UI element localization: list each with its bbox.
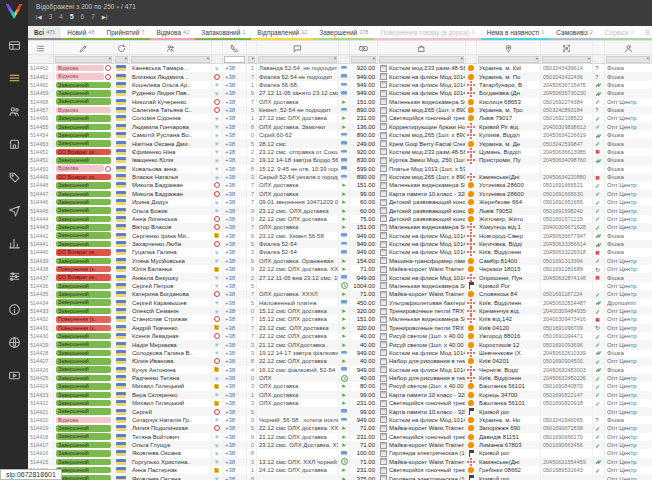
table-row[interactable]: 514460ЗавершенийКошелева Ольга Ар..✳+381… bbox=[28, 81, 652, 89]
table-row[interactable]: 514455ЗавершенийЛюдмила Гончарова✳+388ОЛ… bbox=[28, 123, 652, 131]
table-row[interactable]: 514431Повернення (з..Андрій Ткаченкоlc+3… bbox=[28, 324, 652, 332]
tab-4[interactable]: Запакований1 bbox=[195, 26, 251, 40]
table-row[interactable]: 514421ЗавершенийСергей+38599.00Карта пам… bbox=[28, 407, 652, 415]
table-row[interactable]: 514419ЗавершенийЛилия Подолинская+38522.… bbox=[28, 424, 652, 432]
column-header-phone[interactable] bbox=[223, 41, 247, 54]
column-header-name[interactable] bbox=[130, 41, 212, 54]
table-row[interactable]: 514417ЗавершенийОльга Глущук✳+38023.12 с… bbox=[28, 441, 652, 449]
sidebar-item-clients[interactable] bbox=[0, 99, 28, 123]
last-page-button[interactable]: ▶| bbox=[102, 14, 108, 20]
page-number[interactable]: 5 bbox=[70, 13, 74, 20]
sidebar-item-reports[interactable] bbox=[0, 231, 28, 255]
filter-dropdown[interactable]: ▾ bbox=[55, 56, 112, 63]
sidebar-item-web[interactable] bbox=[0, 330, 28, 354]
column-header-ttn[interactable] bbox=[541, 41, 593, 54]
table-row[interactable]: 514422ЗавершенийМихаил Гилецькийlc+383ОЛ… bbox=[28, 399, 652, 407]
table-row[interactable]: 514438Повернення (з..Юлія Баланюкlc+3892… bbox=[28, 265, 652, 273]
table-row[interactable]: 514413ЗавершенийЯковлева Оксана✳+388➤375… bbox=[28, 474, 652, 480]
column-header-address[interactable] bbox=[477, 41, 541, 54]
filter-dropdown[interactable]: ▾ bbox=[258, 56, 337, 63]
table-row[interactable]: 514459ЗавершенийРуденко Лидия Пав..✳+389… bbox=[28, 89, 652, 97]
table-row[interactable]: 514416ЗавершенийЯковлева Оксана✳+388100.… bbox=[28, 449, 652, 457]
tab-8[interactable]: Нема в наявності1 bbox=[481, 26, 551, 40]
tab-5[interactable]: Відправлений12 bbox=[251, 26, 313, 40]
column-header-id[interactable] bbox=[28, 41, 54, 54]
table-row[interactable]: 514435ЗавершенийКатерина Богданова+387ОЛ… bbox=[28, 290, 652, 298]
filter-dropdown[interactable]: ▾ bbox=[478, 56, 539, 63]
table-row[interactable]: 514448ЗавершенийМикола Бадражан+387ОЛХ д… bbox=[28, 181, 652, 189]
column-header-product[interactable] bbox=[378, 41, 466, 54]
column-header-src[interactable] bbox=[212, 41, 223, 54]
table-row[interactable]: 514449DO Возврат ок..Власюк Наталья✳+383… bbox=[28, 173, 652, 181]
table-row[interactable]: 514440DO Возврат ок..Гуцалюк Галина✳+383… bbox=[28, 248, 652, 256]
chevron-down-icon[interactable]: ▾ bbox=[116, 4, 119, 10]
tab-9[interactable]: Самовивіз2 bbox=[550, 26, 599, 40]
page-number[interactable]: 6 bbox=[81, 13, 85, 20]
column-header-carrier[interactable] bbox=[466, 41, 477, 54]
sidebar-item-info[interactable] bbox=[0, 297, 28, 321]
sidebar-item-store[interactable] bbox=[0, 132, 28, 156]
table-row[interactable]: 514461ВідмоваБлизнюк Людмила ..+387Фиалк… bbox=[28, 72, 652, 80]
table-row[interactable]: 514418ЗавершенийТетяна Войтович✳+38621.1… bbox=[28, 433, 652, 441]
table-row[interactable]: 514456ЗавершенийСоломія Сідоніна✳+38127.… bbox=[28, 114, 652, 122]
filter-dropdown[interactable]: ▾ bbox=[131, 56, 210, 63]
table-row[interactable]: 514427ЗавершенийЮлия Иванова+38822.12 см… bbox=[28, 357, 652, 365]
tab-7[interactable]: Повернення товару (в дорозі)0 bbox=[374, 26, 480, 40]
tab-10[interactable]: Сервіси0 bbox=[599, 26, 640, 40]
filter-dropdown[interactable]: ▾ bbox=[351, 56, 376, 63]
table-row[interactable]: 514462ВідмоваКаневська Тамара ..✳+381Лав… bbox=[28, 64, 652, 72]
page-number[interactable]: 4 bbox=[59, 13, 63, 20]
table-row[interactable]: 514453ЗавершенийНікітіна Оксана Дми..✳+3… bbox=[28, 139, 652, 147]
table-row[interactable]: 514430ЗавершенийКсенія Левадная+38722.12… bbox=[28, 332, 652, 340]
table-row[interactable]: 514434ЗавершенийСергей Карамышев✳+385Нал… bbox=[28, 299, 652, 307]
column-header-status[interactable] bbox=[54, 41, 114, 54]
sidebar-item-dashboard[interactable] bbox=[0, 33, 28, 57]
table-row[interactable]: 514442ЗавершенийСергіенко Ірина Ми..lc+3… bbox=[28, 232, 652, 240]
table-row[interactable]: 514425ЗавершенийРадченко Тетяна✳+380ОЛХ$… bbox=[28, 374, 652, 382]
table-row[interactable]: 514426ЗавершенийКучук Антонинаlc+38416.1… bbox=[28, 366, 652, 374]
column-header-comment[interactable] bbox=[257, 41, 339, 54]
table-row[interactable]: 514437DO Возврат ок..Анжела Безушку✳+382… bbox=[28, 273, 652, 281]
column-header-n[interactable] bbox=[247, 41, 257, 54]
tab-11[interactable]: В дорозі додому0 bbox=[640, 26, 652, 40]
phone-filter-input[interactable] bbox=[224, 56, 245, 63]
table-row[interactable]: 514450ВідмоваКовальова анна✳+38815.12. 9… bbox=[28, 165, 652, 173]
first-page-button[interactable]: |◀ bbox=[36, 14, 42, 20]
filter-dropdown[interactable]: ▾ bbox=[248, 56, 255, 63]
table-row[interactable]: 514428ЗавершенийСолодкова Галина В..✳+38… bbox=[28, 349, 652, 357]
table-row[interactable]: 514429ЗавершенийНадія Мерзаєва✳+38321.12… bbox=[28, 340, 652, 348]
table-row[interactable]: 514444ЗавершенийАнна Липенська+38022.12 … bbox=[28, 215, 652, 223]
table-row[interactable]: 514423ЗавершенийВера Скляренко✳+381ОЛХ д… bbox=[28, 391, 652, 399]
filter-dropdown[interactable]: ▾ bbox=[115, 56, 128, 63]
sidebar-item-campaigns[interactable] bbox=[0, 198, 28, 222]
column-header-price[interactable] bbox=[350, 41, 378, 54]
table-row[interactable]: 514452DO Возврат ок..Єфименко Ніна✳+3822… bbox=[28, 148, 652, 156]
table-row[interactable]: 514445ЗавершенийОльга Божик✳+38923.12 см… bbox=[28, 206, 652, 214]
sidebar-item-orders[interactable] bbox=[0, 66, 28, 90]
sidebar-item-video[interactable] bbox=[0, 363, 28, 387]
table-row[interactable]: 514441ЗавершенийЗахарченко Люба+385Фиалк… bbox=[28, 240, 652, 248]
table-row[interactable]: 514454ЗавершенийСамотій Руслана Во..✳+38… bbox=[28, 131, 652, 139]
table-row[interactable]: 514457ВідмоваСалегина Татьяна С..+385Кем… bbox=[28, 106, 652, 114]
table-row[interactable]: 514451ЗавершенийІващенко Юлія✳+38219.12 … bbox=[28, 156, 652, 164]
filter-dropdown[interactable]: ▾ bbox=[606, 56, 650, 63]
sidebar-item-products[interactable] bbox=[0, 165, 28, 189]
column-header-tstat[interactable] bbox=[593, 41, 605, 54]
table-row[interactable]: 514443ЗавершенийВіктор Власов+387ОЛХ дос… bbox=[28, 223, 652, 231]
table-row[interactable]: 514458ЗавершенийНиколай Кучеренко+387ОЛХ… bbox=[28, 98, 652, 106]
column-header-flag[interactable] bbox=[114, 41, 130, 54]
table-row[interactable]: 514424ЗавершенийМихаил Гилецькийlc+383ОЛ… bbox=[28, 382, 652, 390]
table-row[interactable]: 514439ЗавершенийУляна Мусійовська✳+389ОЛ… bbox=[28, 257, 652, 265]
table-row[interactable]: 514447ЗавершенийМикола Бадражан+387ОЛХ д… bbox=[28, 190, 652, 198]
page-number[interactable]: 7 bbox=[91, 13, 95, 20]
column-header-pay[interactable] bbox=[339, 41, 350, 54]
page-number[interactable]: 3 bbox=[49, 13, 53, 20]
table-row[interactable]: 514433ЗавершенийОлексій Семанін✳+38015.1… bbox=[28, 307, 652, 315]
table-row[interactable]: 514432Повернення (з..Станислав Стрижак+3… bbox=[28, 315, 652, 323]
table-row[interactable]: 514414ЗавершенийАнна Пастернакlc+38124.1… bbox=[28, 466, 652, 474]
sidebar-item-settings[interactable] bbox=[0, 264, 28, 288]
table-row[interactable]: 514446ЗавершенийИрина Дидух✳+38709.01 зв… bbox=[28, 198, 652, 206]
filter-dropdown[interactable]: ▾ bbox=[542, 56, 591, 63]
table-row[interactable]: 514436ЗавершенийСергей Петров✳+385$1004.… bbox=[28, 282, 652, 290]
column-header-client[interactable] bbox=[605, 41, 652, 54]
